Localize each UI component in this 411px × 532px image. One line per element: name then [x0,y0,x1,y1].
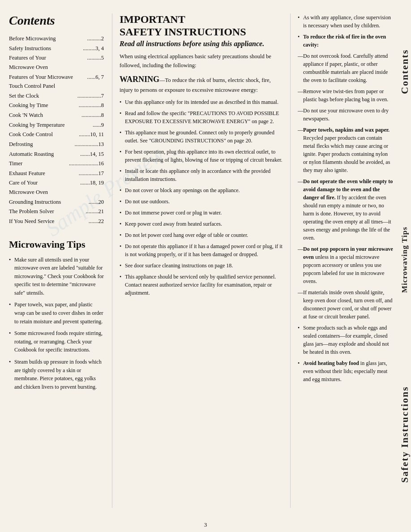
contents-item: Cook 'N Watch..............8 [9,111,104,120]
contents-item-label: Cooking by Time [9,101,79,110]
page-number: 3 [0,521,411,532]
contents-item-label: If You Need Service [9,217,89,226]
contents-item: Before Microwaving..........2 [9,34,104,43]
contents-item: Automatic Roasting.......14, 15 [9,150,104,159]
contents-item-page: .......14, 15 [80,150,104,159]
contents-item-label: Cook 'N Watch [9,111,81,120]
safety-bullet-item: This appliance should be serviced only b… [120,273,283,297]
mw-tip-bullet: Steam builds up pressure in foods which … [9,358,104,391]
right-col-item: Remove wire twist-ties from paper or pla… [298,87,393,103]
safety-bullet-item: Do not let power cord hang over edge of … [120,231,283,239]
contents-item: Grounding Instructions.......20 [9,197,104,207]
contents-item-page: ..............8 [81,111,104,120]
contents-item: The Problem Solver.........21 [9,207,104,216]
contents-item: Exhaust Feature..............17 [9,169,104,178]
mw-tip-bullet: Some microwaved foods require stirring, … [9,329,104,354]
right-col-item: Do not operate the oven while empty to a… [298,177,393,242]
safety-bullet-item: Do not cover or block any openings on th… [120,186,283,194]
contents-item-page: ................8 [79,101,104,110]
contents-item: Features of Your Microwave Touch Control… [9,73,104,91]
contents-item: If You Need Service.......22 [9,217,104,226]
safety-bullet-item: Do not immerse power cord or plug in wat… [120,209,283,217]
contents-item-page: .....................16 [69,159,104,168]
contents-item-label: Before Microwaving [9,34,87,43]
right-col-item: If materials inside oven should ignite, … [298,288,393,321]
right-col-item: Do not pop popcorn in your microwave ove… [298,245,393,285]
contents-item: Cook Code Control........10, 11 [9,130,104,139]
middle-safety-bullets: Use this appliance only for its intended… [120,98,283,297]
contents-item-label: Set the Clock [9,91,77,101]
contents-item: Set the Clock.................7 [9,91,104,101]
contents-item: Timer.....................16 [9,159,104,168]
contents-item-page: .................7 [77,91,104,101]
read-all-text: Read all instructions before using this … [120,40,283,48]
safety-bullet-item: See door surface cleaning instructions o… [120,262,283,270]
warning-block: WARNING—To reduce the risk of burns, ele… [120,73,283,94]
contents-item-page: ..............17 [79,169,104,178]
safety-bullet-item: Use this appliance only for its intended… [120,98,283,106]
contents-item-page: ......9 [93,120,104,130]
intro-text: When using electrical appliances basic s… [120,52,283,70]
contents-item-label: Automatic Roasting [9,150,80,159]
mw-tips-section: Microwaving Tips Make sure all utensils … [9,239,104,391]
safety-bullet-item: Read and follow the specific "PRECAUTION… [120,109,283,125]
contents-item: Care of Your Microwave Oven.......18, 19 [9,178,104,197]
safety-bullet-item: For best operation, plug this appliance … [120,148,283,164]
contents-item-label: Cook Code Control [9,130,79,139]
contents-item-page: .........3, 4 [83,44,104,53]
important-title: IMPORTANT SAFETY INSTRUCTIONS [120,13,283,38]
contents-item-label: Safety Instructions [9,44,83,53]
contents-item-label: Features of Your Microwave Touch Control… [9,73,87,91]
contents-item-page: .......20 [89,197,104,207]
contents-item: Safety Instructions.........3, 4 [9,44,104,53]
safety-bullet-item: This appliance must be grounded. Connect… [120,129,283,145]
contents-item: Defrosting.................13 [9,140,104,149]
contents-item-label: Care of Your Microwave Oven [9,178,80,197]
contents-item-label: Features of Your Microwave Oven [9,53,87,72]
right-col-item: Some products such as whole eggs and sea… [298,324,393,356]
contents-item-label: The Problem Solver [9,207,86,216]
contents-item-page: ..........2 [87,34,104,43]
contents-item: Cooking by Time................8 [9,101,104,110]
right-col-item: Do not use your microwave oven to dry ne… [298,107,393,123]
contents-item-page: ......6, 7 [87,73,104,91]
safety-bullet-item: Do not use outdoors. [120,197,283,206]
right-col-item: Paper towels, napkins and wax paper. Rec… [298,126,393,174]
contents-title: Contents [9,13,104,28]
contents-item-page: .......22 [89,217,104,226]
safety-bullet-item: Keep power cord away from heated surface… [120,220,283,228]
safety-bullet-item: Install or locate this appliance only in… [120,167,283,183]
right-col-item: As with any appliance, close supervision… [298,13,393,30]
safety-bullet-item: Do not operate this appliance if it has … [120,242,283,258]
mw-tip-bullet: Make sure all utensils used in your micr… [9,256,104,297]
mw-tip-bullet: Paper towels, wax paper, and plastic wra… [9,300,104,326]
warning-word: WARNING [120,75,159,84]
right-column: As with any appliance, close supervision… [290,13,393,508]
contents-item-page: .................13 [74,140,104,149]
middle-column: IMPORTANT SAFETY INSTRUCTIONS Read all i… [112,13,290,508]
mw-tips-title: Microwaving Tips [9,239,104,250]
right-col-item: Avoid heating baby food in glass jars, e… [298,359,393,383]
contents-item: Features of Your Microwave Oven.........… [9,53,104,72]
contents-item-label: Timer [9,159,69,168]
contents-item-page: .........21 [86,207,104,216]
contents-list: Before Microwaving..........2Safety Inst… [9,34,104,226]
right-col-item: Do not overcook food. Carefully attend a… [298,52,393,84]
contents-item-page: ........10, 11 [79,130,104,139]
contents-item-label: Cooking by Temperature [9,120,93,130]
mw-tips-body: Make sure all utensils used in your micr… [9,256,104,391]
right-col-item: To reduce the risk of fire in the oven c… [298,33,393,49]
contents-item-label: Grounding Instructions [9,197,89,207]
contents-item-label: Exhaust Feature [9,169,79,178]
contents-item-page: ..........5 [87,53,104,72]
contents-item-label: Defrosting [9,140,74,149]
contents-item-page: .......18, 19 [80,178,104,197]
contents-item: Cooking by Temperature......9 [9,120,104,130]
left-column: Contents Before Microwaving..........2Sa… [9,13,112,508]
